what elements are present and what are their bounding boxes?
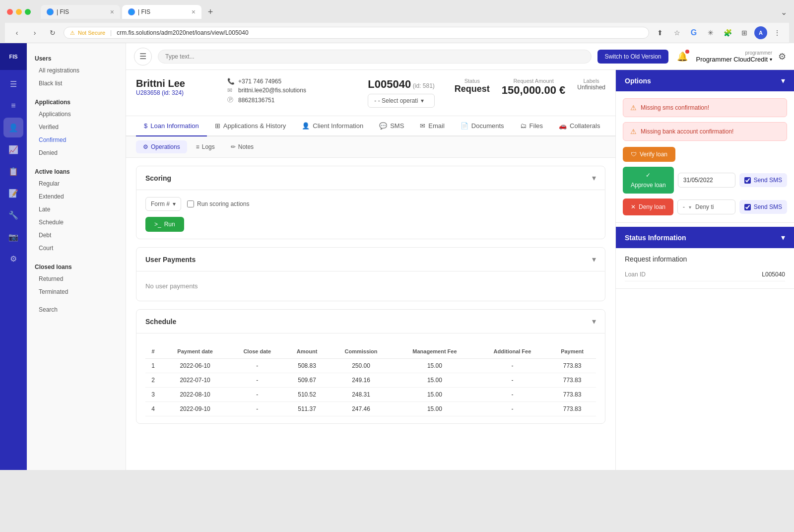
deny-loan-button[interactable]: ✕ Deny loan bbox=[623, 199, 673, 215]
user-name-dropdown[interactable]: Programmer CloudCredit ▾ bbox=[696, 56, 773, 63]
deny-sms-checkbox[interactable] bbox=[744, 204, 751, 210]
approve-send-sms[interactable]: Send SMS bbox=[739, 173, 787, 187]
sidebar-item-all-registrations[interactable]: All registrations bbox=[27, 64, 126, 77]
sidebar-item-late[interactable]: Late bbox=[27, 203, 126, 216]
phone-number: +371 746 74965 bbox=[238, 78, 281, 85]
tab-collaterals[interactable]: 🚗 Collaterals bbox=[551, 116, 608, 136]
select-operation-dropdown[interactable]: - - Select operati ▾ bbox=[368, 94, 435, 108]
tab-files[interactable]: 🗂 Files bbox=[512, 116, 551, 136]
run-scoring-checkbox[interactable] bbox=[187, 200, 194, 207]
new-tab-button[interactable]: + bbox=[203, 5, 217, 19]
approve-loan-button[interactable]: ✓ Approve loan bbox=[623, 167, 674, 194]
content-body: Brittni Lee U283658 (id: 324) 📞 +371 746… bbox=[126, 70, 794, 470]
sidebar-icon-clipboard[interactable]: 📝 bbox=[3, 183, 23, 203]
grid-icon[interactable]: ⊞ bbox=[737, 26, 751, 40]
primary-tabs: $ Loan Information ⊞ Applications & Hist… bbox=[126, 116, 615, 136]
run-button[interactable]: >_ Run bbox=[145, 217, 184, 232]
settings-icon[interactable]: ⚙ bbox=[778, 51, 786, 62]
deny-send-sms[interactable]: Send SMS bbox=[739, 200, 787, 214]
sidebar-item-regular[interactable]: Regular bbox=[27, 177, 126, 190]
sidebar-item-black-list[interactable]: Black list bbox=[27, 77, 126, 90]
switch-version-button[interactable]: Switch to Old Version bbox=[597, 50, 668, 64]
sidebar-icon-analytics[interactable]: 📈 bbox=[3, 139, 23, 159]
minimize-window-btn[interactable] bbox=[16, 9, 22, 15]
tab-close-2[interactable]: × bbox=[192, 8, 196, 16]
address-bar[interactable]: ⚠ Not Secure | crm.fis.solutions/adm2020… bbox=[64, 27, 649, 39]
sidebar-icon-users[interactable]: 👤 bbox=[3, 118, 23, 137]
browser-menu-icon[interactable]: ⋮ bbox=[770, 26, 784, 40]
deny-type-select-wrapper: - ▾ Deny ti bbox=[677, 200, 735, 214]
run-scoring-checkbox-label[interactable]: Run scoring actions bbox=[187, 200, 249, 207]
sidebar-item-debt[interactable]: Debt bbox=[27, 229, 126, 242]
schedule-section-header[interactable]: Schedule ▾ bbox=[136, 310, 605, 333]
sidebar-icon-camera[interactable]: 📷 bbox=[3, 227, 23, 247]
options-panel: Options ▾ ⚠ Missing sms confirmation! ⚠ … bbox=[616, 70, 794, 223]
sidebar-icon-list-view[interactable]: ≡ bbox=[3, 96, 23, 116]
sidebar-item-court[interactable]: Court bbox=[27, 242, 126, 255]
extension-icon[interactable]: ✳ bbox=[704, 26, 718, 40]
tab-sms[interactable]: 💬 SMS bbox=[371, 116, 412, 136]
client-name: Brittni Lee bbox=[136, 78, 215, 89]
maximize-window-btn[interactable] bbox=[25, 9, 31, 15]
reload-button[interactable]: ↻ bbox=[46, 26, 60, 40]
status-panel-title: Status Information bbox=[625, 234, 686, 242]
options-panel-header[interactable]: Options ▾ bbox=[616, 70, 794, 91]
browser-titlebar: 🌐 | FIS × 🌐 | FIS × + ⌄ bbox=[5, 5, 789, 19]
global-search-input[interactable] bbox=[158, 50, 592, 64]
approve-date-input[interactable]: 31/05/2022 bbox=[678, 173, 735, 188]
tab-operations[interactable]: ⚙ Operations bbox=[136, 140, 187, 153]
browser-tab-1[interactable]: 🌐 | FIS × bbox=[41, 5, 120, 19]
tab-close-1[interactable]: × bbox=[110, 8, 114, 16]
translate-icon[interactable]: G bbox=[687, 26, 701, 40]
sidebar-item-terminated[interactable]: Terminated bbox=[27, 285, 126, 298]
tab-logs[interactable]: ≡ Logs bbox=[189, 140, 222, 153]
user-payments-header[interactable]: User Payments ▾ bbox=[136, 248, 605, 271]
cell-additional-fee: - bbox=[476, 373, 548, 388]
share-icon[interactable]: ⬆ bbox=[653, 26, 667, 40]
loan-id-block: L005040 (id: 581) - - Select operati ▾ bbox=[368, 78, 435, 108]
cell-commission: 247.46 bbox=[329, 402, 393, 416]
form-select-label: Form # bbox=[151, 200, 170, 207]
sidebar-item-schedule[interactable]: Schedule bbox=[27, 216, 126, 229]
sidebar-item-denied[interactable]: Denied bbox=[27, 146, 126, 159]
sidebar-icon-menu[interactable]: ☰ bbox=[3, 74, 23, 94]
tab-notes[interactable]: ✏ Notes bbox=[224, 140, 261, 153]
user-payments-section: User Payments ▾ No user payments bbox=[136, 247, 605, 301]
browser-tab-2[interactable]: 🌐 | FIS × bbox=[122, 5, 201, 19]
cell-amount: 508.83 bbox=[285, 359, 329, 373]
sidebar-item-returned[interactable]: Returned bbox=[27, 272, 126, 285]
extensions-puzzle-icon[interactable]: 🧩 bbox=[721, 26, 734, 40]
loan-id-row: Loan ID L005040 bbox=[625, 268, 785, 281]
sidebar-item-extended[interactable]: Extended bbox=[27, 190, 126, 203]
status-panel-header[interactable]: Status Information ▾ bbox=[616, 227, 794, 248]
profile-avatar[interactable]: A bbox=[754, 26, 767, 39]
notifications-icon[interactable]: 🔔 bbox=[674, 49, 690, 65]
sidebar-item-confirmed[interactable]: Confirmed bbox=[27, 133, 126, 146]
tab-email[interactable]: ✉ Email bbox=[412, 116, 453, 136]
sidebar-item-applications[interactable]: Applications bbox=[27, 108, 126, 121]
sidebar-icon-documents[interactable]: 📋 bbox=[3, 161, 23, 181]
tab-documents[interactable]: 📄 Documents bbox=[453, 116, 512, 136]
verify-loan-button[interactable]: 🛡 Verify loan bbox=[623, 147, 675, 162]
close-window-btn[interactable] bbox=[7, 9, 13, 15]
tab-client-information[interactable]: 👤 Client Information bbox=[294, 116, 371, 136]
app-history-tab-label: Applications & History bbox=[223, 122, 286, 130]
approve-sms-checkbox[interactable] bbox=[744, 177, 751, 184]
hamburger-button[interactable]: ☰ bbox=[134, 48, 152, 66]
table-row: 1 2022-06-10 - 508.83 250.00 15.00 - 773… bbox=[145, 359, 596, 373]
forward-button[interactable]: › bbox=[28, 26, 42, 40]
back-button[interactable]: ‹ bbox=[10, 26, 24, 40]
tab-loan-information[interactable]: $ Loan Information bbox=[136, 116, 207, 136]
approve-row: ✓ Approve loan 31/05/2022 Send SMS bbox=[623, 167, 787, 194]
alert-bank-message: Missing bank account confirmation! bbox=[641, 128, 733, 135]
tab-applications-history[interactable]: ⊞ Applications & History bbox=[207, 116, 294, 136]
sidebar-icon-settings[interactable]: ⚙ bbox=[3, 249, 23, 268]
browser-more-options[interactable]: ⌄ bbox=[781, 7, 787, 17]
sidebar-item-search[interactable]: Search bbox=[27, 303, 126, 316]
sidebar-icon-tools[interactable]: 🔧 bbox=[3, 205, 23, 225]
sidebar-item-verified[interactable]: Verified bbox=[27, 121, 126, 133]
bookmark-icon[interactable]: ☆ bbox=[670, 26, 684, 40]
col-num: # bbox=[145, 344, 161, 359]
scoring-section-header[interactable]: Scoring ▾ bbox=[136, 166, 605, 190]
form-select-dropdown[interactable]: Form # ▾ bbox=[145, 197, 181, 211]
